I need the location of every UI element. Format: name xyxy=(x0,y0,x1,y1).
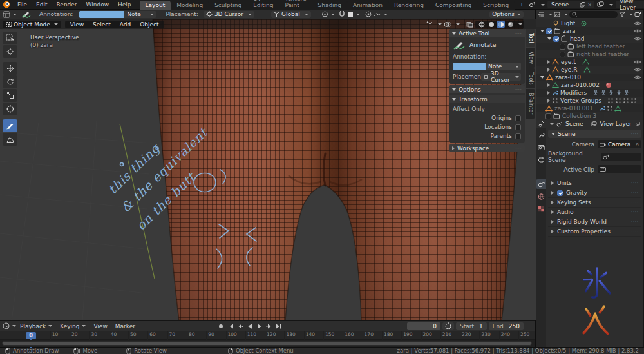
menu-help[interactable]: Help xyxy=(113,1,136,8)
annotation-color-swatch[interactable] xyxy=(79,11,124,18)
timeline-menu-playback[interactable]: Playback xyxy=(16,323,56,329)
record-button[interactable] xyxy=(216,322,225,330)
viewport-menu-view[interactable]: View xyxy=(66,21,88,28)
placement-dropdown[interactable]: 3D Cursor xyxy=(204,11,254,18)
outliner-row-zara-010-002[interactable]: zara-010.002 xyxy=(536,81,643,89)
next-keyframe-button[interactable] xyxy=(265,322,274,330)
shading-material-preview-button[interactable] xyxy=(497,21,505,28)
placement-dropdown[interactable]: 3D Cursor xyxy=(481,73,521,81)
disclosure-triangle-icon[interactable] xyxy=(547,60,550,64)
unlink-scene-icon[interactable]: × xyxy=(587,2,592,8)
proportional-editing-icon[interactable] xyxy=(365,11,372,17)
measure-tool-button[interactable] xyxy=(3,133,17,146)
outliner-row-left-head-feather[interactable]: left head feather xyxy=(536,43,643,50)
eye-icon[interactable] xyxy=(634,21,641,26)
armature-icon[interactable] xyxy=(592,90,599,96)
outliner-row-head[interactable]: head xyxy=(536,35,643,43)
timeline-editor-type-icon[interactable] xyxy=(3,322,10,329)
viewport-menu-add[interactable]: Add xyxy=(116,21,135,28)
show-overlays-icon[interactable] xyxy=(444,21,451,28)
vgroup-icon[interactable] xyxy=(630,97,637,104)
annotation-color-swatch[interactable] xyxy=(453,63,486,70)
properties-editor-type-icon[interactable] xyxy=(538,121,545,127)
outliner-row-vertex-groups[interactable]: Vertex Groups xyxy=(536,97,643,104)
shading-rendered-button[interactable] xyxy=(506,21,515,28)
affect-parents-checkbox[interactable] xyxy=(515,133,521,139)
properties-tab-texture[interactable] xyxy=(536,204,546,213)
disclosure-triangle-icon[interactable] xyxy=(547,91,550,95)
viewport-menu-object[interactable]: Object xyxy=(136,21,162,28)
note-dropdown[interactable]: Note xyxy=(486,63,521,70)
active-clip-field[interactable] xyxy=(598,165,641,173)
properties-tab-view-layer[interactable] xyxy=(536,167,546,177)
shading-solid-button[interactable] xyxy=(487,21,495,28)
outliner-row-collection-3[interactable]: Collection 3 xyxy=(536,112,643,120)
pin-icon[interactable] xyxy=(635,121,641,127)
outliner-checkbox[interactable] xyxy=(560,44,565,50)
vgroup-icon[interactable] xyxy=(615,97,621,104)
wrench-icon[interactable] xyxy=(599,105,605,112)
outliner-checkbox[interactable] xyxy=(553,36,559,42)
workspace-tab-rendering[interactable]: Rendering xyxy=(388,1,430,10)
panel-audio[interactable]: Audio xyxy=(548,208,641,217)
scene-panel-header[interactable]: Scene xyxy=(548,130,641,138)
options-dropdown[interactable]: Options xyxy=(489,11,524,18)
workspace-tab-layout[interactable]: Layout xyxy=(140,1,171,10)
breadcrumb-scene[interactable]: Scene xyxy=(565,121,583,127)
snap-magnet-icon[interactable] xyxy=(339,11,345,17)
breadcrumb-view-layer[interactable]: View Layer xyxy=(600,121,631,127)
menu-edit[interactable]: Edit xyxy=(32,1,52,8)
new-collection-icon[interactable] xyxy=(634,11,641,17)
unlink-camera-icon[interactable]: × xyxy=(635,141,639,147)
panel-rigid-body-world[interactable]: Rigid Body World xyxy=(548,217,641,227)
properties-tab-render[interactable] xyxy=(536,143,546,152)
armature-icon[interactable] xyxy=(608,90,614,96)
transform-orientation-dropdown[interactable]: Global xyxy=(271,11,311,18)
mode-dropdown[interactable]: Object Mode xyxy=(3,21,61,28)
properties-tab-output[interactable] xyxy=(536,155,546,164)
blender-logo-icon[interactable] xyxy=(3,1,10,8)
view-layer-selector[interactable]: View Layer × xyxy=(616,1,644,8)
auto-keying-stopwatch-icon[interactable] xyxy=(442,322,454,330)
outliner-editor-type-icon[interactable] xyxy=(538,11,545,17)
play-button[interactable] xyxy=(255,322,264,330)
proportional-falloff-icon[interactable] xyxy=(374,12,381,17)
eye-icon[interactable] xyxy=(634,28,641,34)
mesh-data-icon[interactable] xyxy=(582,59,589,65)
outliner-row-light[interactable]: Light xyxy=(536,19,643,27)
timeline-menu-marker[interactable]: Marker xyxy=(111,323,139,329)
armature-icon[interactable] xyxy=(616,90,622,96)
panel-gravity[interactable]: Gravity xyxy=(548,188,641,198)
affect-locations-checkbox[interactable] xyxy=(515,124,521,130)
panel-keying-sets[interactable]: Keying Sets xyxy=(548,198,641,208)
mesh-data-icon[interactable] xyxy=(614,105,621,112)
outliner-row-right-head-feather[interactable]: right head feather xyxy=(536,50,643,58)
disclosure-triangle-icon[interactable] xyxy=(547,37,551,40)
workspace-tab-shading[interactable]: Shading xyxy=(312,1,347,10)
armature-icon[interactable] xyxy=(600,90,607,96)
workspace-tab-texture-paint[interactable]: Texture Paint xyxy=(279,0,312,10)
outliner-search-input[interactable] xyxy=(569,11,618,18)
sidebar-tab-view[interactable]: View xyxy=(526,48,535,68)
shading-wireframe-button[interactable] xyxy=(477,21,486,28)
panel-custom-properties[interactable]: Custom Properties xyxy=(548,227,641,237)
camera-field[interactable]: Camera × xyxy=(598,140,641,148)
vgroup-icon[interactable] xyxy=(623,97,629,104)
workspace-tab-uv-editing[interactable]: UV Editing xyxy=(247,0,279,10)
panel-units[interactable]: Units xyxy=(548,179,641,188)
active-tool-panel-header[interactable]: Active Tool xyxy=(449,29,525,37)
outliner-row-zara-010[interactable]: zara-010 xyxy=(536,74,643,81)
frame-end-field[interactable]: End250 xyxy=(489,322,524,330)
gravity-checkbox[interactable] xyxy=(557,190,563,196)
view-layer-icon[interactable] xyxy=(597,1,604,8)
light-data-icon[interactable] xyxy=(581,21,587,26)
xray-toggle-icon[interactable] xyxy=(466,21,473,28)
frame-start-field[interactable]: Start1 xyxy=(456,322,487,330)
workspace-tab-sculpting[interactable]: Sculpting xyxy=(209,1,247,10)
sidebar-tab-tool[interactable]: Tool xyxy=(526,29,535,47)
material-icon[interactable] xyxy=(605,82,612,88)
workspace-panel-header[interactable]: Workspace xyxy=(449,144,525,152)
workspace-tab-animation[interactable]: Animation xyxy=(347,1,388,10)
filter-icon[interactable] xyxy=(619,12,625,17)
properties-tab-tool[interactable] xyxy=(536,130,546,140)
